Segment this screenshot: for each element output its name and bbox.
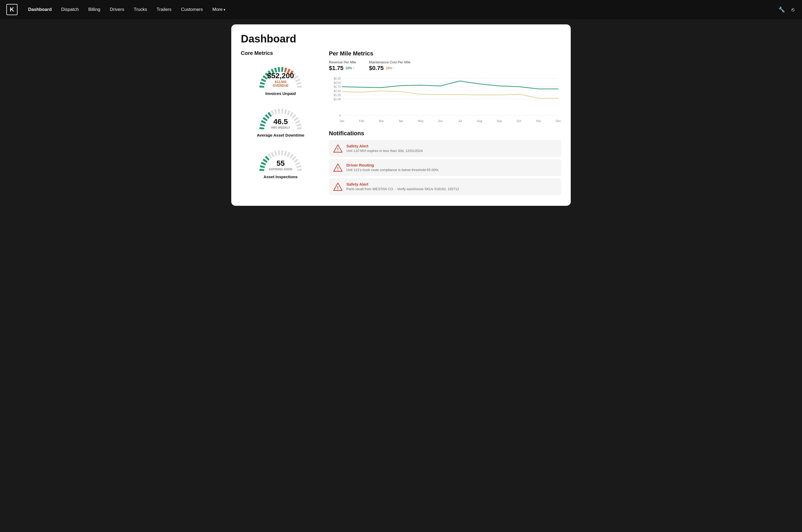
nav-more[interactable]: More ▾ xyxy=(208,5,230,14)
svg-text:$1.75: $1.75 xyxy=(333,86,341,88)
svg-text:Apr: Apr xyxy=(399,120,403,122)
line-chart: 0$1.00$1.25$1.50$1.75$2.00$2.25 JanFebMa… xyxy=(329,76,561,124)
nav-trailers[interactable]: Trailers xyxy=(153,5,176,14)
revenue-value-row: $1.75 10% ↑ xyxy=(329,65,356,72)
maintenance-badge: 10% ↑ xyxy=(386,66,394,70)
nav-dispatch[interactable]: Dispatch xyxy=(57,5,83,14)
notification-desc: Parts recall from WESTAN CO. - Verify wa… xyxy=(346,187,459,191)
downtime-gauge: 46.5 HRS WEEKLY Average Asset Downtime xyxy=(241,102,320,137)
revenue-per-mile: Revenue Per Mile $1.75 10% ↑ xyxy=(329,60,356,72)
per-mile-title: Per Mile Metrics xyxy=(329,50,561,57)
navbar: K Dashboard Dispatch Billing Drivers Tru… xyxy=(0,0,802,19)
svg-text:$1.25: $1.25 xyxy=(333,94,341,97)
svg-text:$2.00: $2.00 xyxy=(333,81,341,84)
nav-logo: K xyxy=(6,4,18,15)
notification-desc: Unit 110 MVI expires in less than 30d, 1… xyxy=(346,149,423,153)
per-mile-row: Revenue Per Mile $1.75 10% ↑ Maintenance… xyxy=(329,60,561,72)
page-title: Dashboard xyxy=(241,33,561,45)
inspections-value: 55 xyxy=(269,159,292,168)
left-column: Core Metrics $52,200 $12,500 OVERDUE Inv… xyxy=(241,50,320,197)
svg-text:May: May xyxy=(418,120,423,122)
nav-trucks[interactable]: Trucks xyxy=(129,5,151,14)
nav-links: Dashboard Dispatch Billing Drivers Truck… xyxy=(24,5,773,14)
notifications-title: Notifications xyxy=(329,130,561,137)
svg-text:Jul: Jul xyxy=(458,120,462,122)
svg-text:Jun: Jun xyxy=(438,120,443,122)
main-container: Dashboard Core Metrics $52,200 $12,500 O… xyxy=(0,19,802,532)
notification-title: Driver Routing xyxy=(346,163,438,167)
svg-text:Feb: Feb xyxy=(359,120,364,122)
notification-item: ! Driver RoutingUnit 121's truck route c… xyxy=(329,159,561,176)
svg-text:$1.00: $1.00 xyxy=(333,98,341,101)
core-metrics-title: Core Metrics xyxy=(241,50,320,56)
nav-drivers[interactable]: Drivers xyxy=(106,5,128,14)
notification-content: Safety AlertParts recall from WESTAN CO.… xyxy=(346,182,459,191)
notification-item: ! Safety AlertParts recall from WESTAN C… xyxy=(329,178,561,195)
warning-icon: ! xyxy=(333,163,343,172)
settings-icon[interactable]: 🔧 xyxy=(777,5,786,14)
warning-icon: ! xyxy=(333,182,343,191)
inspections-gauge: 55 EXPIRING SOON Asset Inspections xyxy=(241,144,320,179)
warning-icon: ! xyxy=(333,144,343,153)
dashboard-card: Dashboard Core Metrics $52,200 $12,500 O… xyxy=(231,24,571,206)
revenue-badge: 10% ↑ xyxy=(346,66,354,70)
notifications-list: ! Safety AlertUnit 110 MVI expires in le… xyxy=(329,140,561,195)
revenue-value: $1.75 xyxy=(329,65,343,72)
maintenance-label: Maintenance Cost Per Mile xyxy=(369,60,410,64)
nav-actions: 🔧 ⎋ xyxy=(777,5,796,14)
svg-text:!: ! xyxy=(337,148,339,152)
svg-text:!: ! xyxy=(337,167,339,171)
inspections-sub: EXPIRING SOON xyxy=(269,168,292,171)
svg-text:Jan: Jan xyxy=(340,120,344,122)
svg-text:!: ! xyxy=(337,186,339,190)
right-column: Per Mile Metrics Revenue Per Mile $1.75 … xyxy=(329,50,561,197)
downtime-sub: HRS WEEKLY xyxy=(271,126,290,129)
chart-svg: 0$1.00$1.25$1.50$1.75$2.00$2.25 JanFebMa… xyxy=(329,76,561,124)
nav-customers[interactable]: Customers xyxy=(177,5,207,14)
nav-billing[interactable]: Billing xyxy=(84,5,104,14)
maintenance-value: $0.75 xyxy=(369,65,383,72)
svg-text:Oct: Oct xyxy=(517,120,521,122)
svg-text:Aug: Aug xyxy=(477,120,482,122)
svg-text:Mar: Mar xyxy=(379,120,384,122)
svg-text:Nov: Nov xyxy=(536,120,541,122)
nav-dashboard[interactable]: Dashboard xyxy=(24,5,56,14)
notification-item: ! Safety AlertUnit 110 MVI expires in le… xyxy=(329,140,561,157)
invoices-gauge: $52,200 $12,500 OVERDUE Invoices Unpaid xyxy=(241,60,320,96)
maintenance-value-row: $0.75 10% ↑ xyxy=(369,65,410,72)
notification-content: Driver RoutingUnit 121's truck route com… xyxy=(346,163,438,172)
svg-text:Dec: Dec xyxy=(556,120,561,122)
notification-desc: Unit 121's truck route compliance is bel… xyxy=(346,168,438,172)
invoices-value: $52,200 xyxy=(267,72,294,80)
chevron-down-icon: ▾ xyxy=(224,8,225,12)
downtime-value: 46.5 xyxy=(271,117,290,126)
invoices-sub: $12,500 OVERDUE xyxy=(267,80,294,88)
svg-text:Sep: Sep xyxy=(497,120,502,122)
notification-content: Safety AlertUnit 110 MVI expires in less… xyxy=(346,144,423,153)
svg-text:$1.50: $1.50 xyxy=(333,90,341,93)
svg-text:$2.25: $2.25 xyxy=(333,77,341,80)
notifications-section: Notifications ! Safety AlertUnit 110 MVI… xyxy=(329,130,561,195)
svg-text:0: 0 xyxy=(339,114,341,117)
notification-title: Safety Alert xyxy=(346,182,459,187)
maintenance-per-mile: Maintenance Cost Per Mile $0.75 10% ↑ xyxy=(369,60,410,72)
notification-title: Safety Alert xyxy=(346,144,423,148)
revenue-label: Revenue Per Mile xyxy=(329,60,356,64)
two-col-layout: Core Metrics $52,200 $12,500 OVERDUE Inv… xyxy=(241,50,561,197)
logout-icon[interactable]: ⎋ xyxy=(790,5,796,14)
